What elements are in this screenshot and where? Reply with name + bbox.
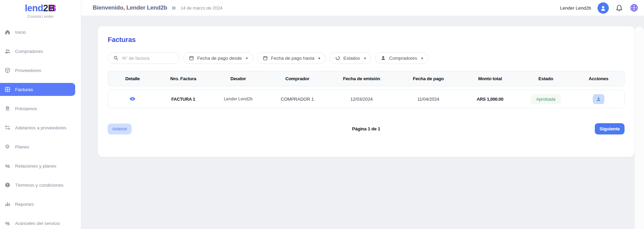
sidebar-item-compradores[interactable]: Compradores <box>0 45 81 58</box>
user-avatar[interactable] <box>598 2 609 14</box>
sidebar-item-label: Facturas <box>15 87 33 92</box>
swap-arrows-icon <box>4 125 11 131</box>
sidebar-item-label: Relaciones y planes <box>15 163 56 169</box>
brand-logo: lend2BB Consola Lender <box>0 0 81 18</box>
debtor-cell: Lender Lend2b <box>210 97 267 101</box>
welcome-title: Bienvenido, Lender Lend2b <box>93 4 167 11</box>
chevron-double-right-icon <box>171 5 177 11</box>
status-badge: Aprobada <box>531 94 561 104</box>
previous-page-button[interactable]: Anterior <box>108 124 132 134</box>
person-icon <box>600 4 607 12</box>
sidebar-item-aranceles[interactable]: % Aranceles del servicio <box>0 217 81 229</box>
chevron-down-icon: ▾ <box>421 56 423 60</box>
search-icon <box>113 55 119 61</box>
current-date: 14 de marzo de 2024 <box>180 5 223 11</box>
date-to-filter[interactable]: Fecha de pago hasta ▾ <box>257 52 326 64</box>
sidebar-item-label: Términos y condiciones <box>15 183 64 188</box>
actions-cell <box>573 94 624 104</box>
scrollbar-track <box>635 16 644 229</box>
facturas-card: Facturas Fecha de pago desde ▾ Fecha de … <box>98 26 634 157</box>
next-page-button[interactable]: Siguiente <box>595 123 625 134</box>
amount-cell: ARS 1,000.00 <box>461 97 519 102</box>
topbar: Bienvenido, Lender Lend2b 14 de marzo de… <box>81 0 644 16</box>
column-header-deudor: Deudor <box>210 76 267 81</box>
chevron-down-icon: ▾ <box>364 56 366 60</box>
table-header-row: Detalle Nro. Factura Deudor Comprador Fe… <box>108 71 625 86</box>
invoice-number-cell: FACTURA 1 <box>157 97 209 102</box>
logo-2b: 2B <box>43 3 55 13</box>
notifications-button[interactable] <box>615 4 623 12</box>
status-circle-icon <box>335 55 340 61</box>
issue-date-cell: 12/03/2024 <box>328 97 395 102</box>
sidebar-item-label: Compradores <box>15 49 43 54</box>
exclamation-circle-icon <box>4 182 11 188</box>
page-title: Facturas <box>108 36 625 44</box>
home-icon <box>4 29 11 35</box>
calendar-icon <box>189 55 194 61</box>
sidebar-item-label: Inicio <box>15 30 26 35</box>
buyer-cell: COMPRADOR 1 <box>267 97 328 102</box>
person-icon <box>380 55 386 61</box>
topbar-actions: Lender Lend2b <box>560 2 639 14</box>
sidebar-item-label: Planes <box>15 144 29 149</box>
scrollbar-thumb[interactable] <box>635 27 644 229</box>
sidebar-nav: Inicio Compradores Proveedores Facturas … <box>0 26 81 229</box>
buyers-label: Compradores <box>389 56 417 61</box>
filters-bar: Fecha de pago desde ▾ Fecha de pago hast… <box>108 52 625 64</box>
download-icon <box>596 96 601 102</box>
eye-icon <box>129 96 136 102</box>
sidebar-item-relaciones[interactable]: % Relaciones y planes <box>0 159 81 172</box>
percent-icon: % <box>4 163 11 169</box>
sidebar-item-prestamos[interactable]: $ Préstamos <box>0 102 81 115</box>
buyers-filter[interactable]: Compradores ▾ <box>375 52 428 64</box>
sidebar-item-label: Préstamos <box>15 106 37 111</box>
sidebar-item-label: Adelantos a proveedores <box>15 125 66 130</box>
brand-tagline: Consola Lender <box>0 14 81 18</box>
search-input[interactable] <box>122 55 171 61</box>
people-icon <box>4 48 11 55</box>
table-row: FACTURA 1 Lender Lend2b COMPRADOR 1 12/0… <box>108 90 625 108</box>
column-header-monto-total: Monto total <box>461 76 519 81</box>
chevron-down-icon: ▾ <box>246 56 248 60</box>
username-label: Lender Lend2b <box>560 5 591 11</box>
sidebar-item-adelantos[interactable]: Adelantos a proveedores <box>0 121 81 134</box>
column-header-fecha-pago: Fecha de pago <box>395 76 461 81</box>
column-header-estado: Estado <box>519 76 573 81</box>
date-from-label: Fecha de pago desde <box>197 56 242 61</box>
sidebar-item-reportes[interactable]: Reportes <box>0 198 81 211</box>
language-button[interactable] <box>630 3 639 12</box>
sidebar: lend2BB Consola Lender Inicio Compradore… <box>0 0 81 229</box>
states-filter[interactable]: Estados ▾ <box>330 52 372 64</box>
download-button[interactable] <box>593 94 604 104</box>
status-cell: Aprobada <box>519 94 573 104</box>
sidebar-item-proveedores[interactable]: Proveedores <box>0 64 81 77</box>
sidebar-item-label: Aranceles del servicio <box>15 221 60 226</box>
detail-cell <box>108 95 157 103</box>
invoice-search-field[interactable] <box>108 52 179 64</box>
date-to-label: Fecha de pago hasta <box>271 56 314 61</box>
svg-text:$: $ <box>7 106 8 109</box>
states-label: Estados <box>344 56 360 61</box>
column-header-acciones: Acciones <box>573 76 624 81</box>
calendar-icon <box>263 55 268 61</box>
globe-icon <box>630 3 639 12</box>
pagination-bar: Anterior Página 1 de 1 Siguiente <box>108 123 625 134</box>
date-from-filter[interactable]: Fecha de pago desde ▾ <box>183 52 253 64</box>
percent-icon: % <box>4 220 11 227</box>
cube-icon <box>4 67 11 74</box>
logo-lend: lend <box>25 3 43 13</box>
sidebar-item-terminos[interactable]: Términos y condiciones <box>0 178 81 191</box>
sidebar-item-planes[interactable]: ⚙ Planes <box>0 140 81 153</box>
sidebar-item-label: Reportes <box>15 202 34 207</box>
pay-date-cell: 11/04/2024 <box>395 97 461 102</box>
gear-icon: ⚙ <box>4 144 11 150</box>
column-header-comprador: Comprador <box>267 76 328 81</box>
view-detail-button[interactable] <box>129 95 136 103</box>
sidebar-item-inicio[interactable]: Inicio <box>0 26 81 39</box>
sidebar-item-facturas[interactable]: Facturas <box>0 83 75 96</box>
app-window: lend2BB Consola Lender Inicio Compradore… <box>0 0 644 229</box>
page-indicator: Página 1 de 1 <box>352 126 380 131</box>
column-header-nro-factura: Nro. Factura <box>157 76 209 81</box>
bar-chart-icon <box>4 201 11 207</box>
chevron-down-icon: ▾ <box>319 56 320 60</box>
